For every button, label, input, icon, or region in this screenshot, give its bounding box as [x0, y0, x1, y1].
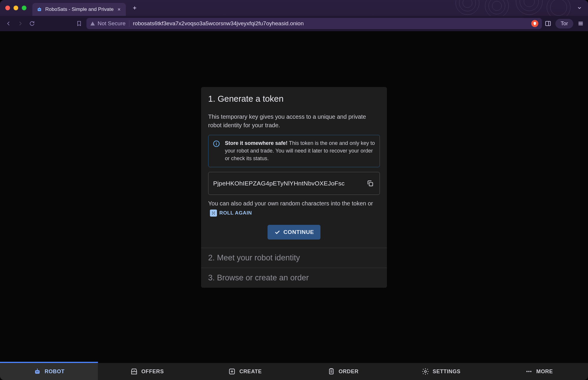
svg-rect-0 [38, 8, 41, 11]
addrbar-right: Tor [545, 19, 584, 29]
dots-icon [525, 368, 533, 375]
robot-icon [34, 368, 41, 375]
browser-window: RoboSats - Simple and Private [0, 0, 588, 380]
address-bar: Not Secure robosats6tkf3eva7x2voqso3a5wc… [0, 16, 588, 31]
nav-offers-label: OFFERS [141, 369, 164, 375]
nav-more-label: MORE [536, 369, 553, 375]
favicon-icon [36, 6, 42, 12]
svg-rect-23 [35, 370, 39, 374]
step-1: 1. Generate a token This temporary key g… [201, 87, 387, 248]
tab-close-icon[interactable] [116, 7, 122, 12]
svg-point-22 [214, 214, 215, 215]
after-text-a: You can also add your own random charact… [208, 200, 373, 207]
svg-rect-3 [39, 7, 40, 8]
menu-icon[interactable] [577, 20, 584, 27]
chevron-down-icon[interactable] [577, 5, 582, 11]
continue-button[interactable]: CONTINUE [268, 225, 320, 240]
svg-rect-28 [329, 369, 333, 374]
after-text: You can also add your own random charact… [208, 199, 380, 218]
step-2[interactable]: 2. Meet your robot identity [201, 248, 387, 268]
nav-back-icon[interactable] [4, 19, 13, 28]
svg-point-11 [520, 0, 539, 11]
traffic-lights [5, 6, 26, 10]
tabstrip: RoboSats - Simple and Private [32, 0, 139, 16]
nav-reload-icon[interactable] [28, 19, 36, 28]
step-3[interactable]: 3. Browse or create an order [201, 268, 387, 288]
gear-icon [422, 368, 429, 375]
nav-create[interactable]: CREATE [196, 363, 294, 380]
dice-icon [210, 210, 217, 217]
svg-point-8 [489, 0, 505, 14]
page: 1. Generate a token This temporary key g… [0, 31, 588, 363]
nav-settings-label: SETTINGS [433, 369, 461, 375]
nav-robot-label: ROBOT [45, 369, 65, 375]
nav-create-label: CREATE [239, 369, 262, 375]
nav-forward-icon[interactable] [16, 19, 25, 28]
svg-rect-26 [37, 369, 38, 370]
plus-box-icon [228, 368, 236, 375]
browser-tab[interactable]: RoboSats - Simple and Private [32, 3, 126, 16]
brave-shield-icon[interactable] [531, 20, 538, 27]
svg-point-29 [424, 371, 426, 373]
alert-strong: Store it somewhere safe! [225, 140, 288, 146]
window-close[interactable] [5, 6, 10, 10]
svg-point-21 [212, 214, 213, 215]
svg-rect-15 [546, 21, 551, 26]
decorative-swirls [450, 0, 573, 16]
svg-point-14 [550, 0, 567, 16]
clipboard-icon [328, 368, 335, 375]
titlebar-right [577, 5, 582, 11]
step-1-lead: This temporary key gives you access to a… [208, 113, 380, 130]
nav-more[interactable]: MORE [490, 363, 588, 380]
sidebar-toggle-icon[interactable] [545, 20, 551, 27]
not-secure-badge: Not Secure [90, 20, 129, 27]
svg-point-18 [212, 212, 213, 213]
svg-point-9 [492, 1, 502, 11]
token-field[interactable]: PjpeHKOhIEPZAG4pETyNlYHntNbvOXEJoFsc [208, 172, 380, 195]
url-box[interactable]: Not Secure robosats6tkf3eva7x2voqso3a5wc… [86, 18, 542, 29]
nav-order-label: ORDER [339, 369, 359, 375]
svg-point-5 [459, 0, 476, 11]
url-text: robosats6tkf3eva7x2voqso3a5wcorsnw34jvey… [133, 20, 304, 27]
bottom-nav: ROBOT OFFERS CREATE ORDER SETTINGS [0, 363, 588, 380]
svg-point-1 [39, 9, 39, 10]
nav-offers[interactable]: OFFERS [98, 363, 196, 380]
svg-point-7 [485, 0, 509, 16]
roll-again-label: ROLL AGAIN [219, 209, 252, 217]
nav-order[interactable]: ORDER [294, 363, 392, 380]
svg-point-32 [530, 371, 531, 372]
check-icon [274, 229, 280, 235]
window-minimize[interactable] [14, 6, 18, 10]
svg-point-6 [463, 0, 472, 8]
bookmark-icon[interactable] [75, 19, 83, 28]
svg-point-2 [39, 9, 40, 10]
token-value: PjpeHKOhIEPZAG4pETyNlYHntNbvOXEJoFsc [213, 180, 361, 187]
svg-point-31 [528, 371, 529, 372]
continue-label: CONTINUE [283, 229, 314, 235]
onboarding-card: 1. Generate a token This temporary key g… [201, 87, 387, 288]
not-secure-label: Not Secure [98, 20, 126, 27]
tor-indicator[interactable]: Tor [555, 19, 573, 29]
svg-point-24 [36, 371, 37, 372]
svg-point-19 [214, 212, 215, 213]
svg-point-25 [37, 371, 38, 372]
step-1-title: 1. Generate a token [208, 94, 380, 104]
svg-point-20 [213, 213, 214, 214]
roll-again-button[interactable]: ROLL AGAIN [208, 208, 254, 218]
alert-body: Store it somewhere safe! This token is t… [225, 139, 375, 162]
svg-rect-17 [369, 183, 373, 186]
safety-alert: Store it somewhere safe! This token is t… [208, 135, 380, 167]
tab-title: RoboSats - Simple and Private [45, 6, 113, 12]
titlebar: RoboSats - Simple and Private [0, 0, 588, 16]
new-tab-button[interactable] [131, 4, 139, 12]
info-icon [213, 140, 220, 148]
copy-icon[interactable] [365, 179, 375, 188]
continue-wrap: CONTINUE [208, 225, 380, 240]
svg-point-30 [526, 371, 527, 372]
window-zoom[interactable] [22, 6, 26, 10]
nav-settings[interactable]: SETTINGS [392, 363, 490, 380]
nav-robot[interactable]: ROBOT [0, 363, 98, 380]
storefront-icon [130, 368, 138, 375]
svg-point-12 [524, 0, 534, 7]
